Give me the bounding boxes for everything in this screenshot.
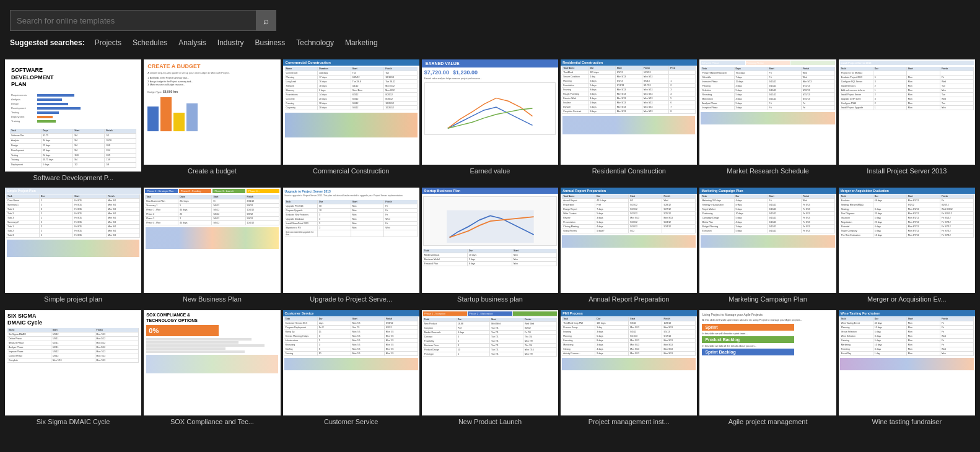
- search-input[interactable]: [17, 16, 256, 25]
- template-label-project-management-inst: Project management inst...: [561, 415, 697, 430]
- suggested-projects[interactable]: Projects: [91, 37, 125, 48]
- template-card-wine-tasting[interactable]: Wine Tasting Fundraiser TaskDurStartFini…: [839, 310, 975, 430]
- top-bar: ⌕ Suggested searches: Projects Schedules…: [0, 0, 980, 54]
- template-label-agile-project: Agile project management: [699, 415, 836, 430]
- template-card-software-dev-plan[interactable]: SOFTWAREDEVELOPMENTPLAN Requirements Ana…: [5, 59, 141, 185]
- template-label-upgrade-project-server: Upgrade to Project Serve...: [283, 293, 419, 308]
- template-card-customer-service[interactable]: Customer Service TaskDurStartFinish Cust…: [283, 310, 419, 430]
- template-card-install-project-server[interactable]: Install Project Server 2013 TaskDurStart…: [839, 59, 975, 185]
- template-card-new-business-plan[interactable]: Phase 1 - Strategic Plan Phase 2 - Fundi…: [144, 188, 280, 308]
- template-label-wine-tasting: Wine tasting fundraiser: [839, 415, 975, 430]
- template-card-marketing-campaign[interactable]: Marketing Campaign Plan TaskDurStartFini…: [699, 188, 836, 308]
- search-button[interactable]: ⌕: [256, 10, 276, 31]
- template-label-software-dev-plan: Software Development P...: [5, 172, 141, 186]
- search-box[interactable]: ⌕: [10, 10, 276, 31]
- template-label-new-product-launch: New Product Launch: [422, 415, 558, 430]
- template-card-merger-acquisition[interactable]: Merger or Acquisition Evaluation TaskDur…: [839, 188, 975, 308]
- suggested-searches: Suggested searches: Projects Schedules A…: [10, 37, 970, 48]
- template-label-create-budget: Create a budget: [144, 165, 280, 180]
- suggested-technology[interactable]: Technology: [292, 37, 338, 48]
- template-card-create-budget[interactable]: CREATE A BUDGET A simple step-by-step gu…: [144, 59, 280, 185]
- suggested-industry[interactable]: Industry: [214, 37, 248, 48]
- template-card-commercial-construction[interactable]: Commercial Construction NameDurationStar…: [283, 59, 419, 185]
- suggested-schedules[interactable]: Schedules: [129, 37, 171, 48]
- template-label-market-research: Market Research Schedule: [699, 165, 836, 180]
- template-label-startup-business-plan: Startup business plan: [422, 293, 558, 308]
- template-card-six-sigma[interactable]: SIX SIGMADMAIC Cycle NameStartFinish Six…: [5, 310, 141, 430]
- template-label-six-sigma: Six Sigma DMAIC Cycle: [5, 415, 141, 430]
- template-card-earned-value[interactable]: EARNED VALUE $7,720.00 $1,230.00 Earned …: [422, 59, 558, 185]
- template-card-simple-project-plan[interactable]: Simple Project Plan TaskDurStartFinish C…: [5, 188, 141, 308]
- template-label-install-project-server: Install Project Server 2013: [839, 165, 975, 180]
- template-label-annual-report: Annual Report Preparation: [561, 293, 697, 308]
- template-card-project-management-inst[interactable]: PMI Process TaskDurStartFinish The Alfor…: [561, 310, 697, 430]
- suggested-business[interactable]: Business: [252, 37, 289, 48]
- template-label-merger-acquisition: Merger or Acquisition Ev...: [839, 293, 975, 308]
- suggested-marketing[interactable]: Marketing: [341, 37, 382, 48]
- template-card-new-product-launch[interactable]: Phase 1 - Inception Phase 2 - Elaboratio…: [422, 310, 558, 430]
- template-card-sox-compliance[interactable]: SOX COMPLIANCE &TECHNOLOGY OPTIONS 0% SO…: [144, 310, 280, 430]
- suggested-label: Suggested searches:: [10, 38, 85, 47]
- template-label-commercial-construction: Commercial Construction: [283, 165, 419, 180]
- template-card-annual-report[interactable]: Annual Report Preparation Task NameDurSt…: [561, 188, 697, 308]
- template-label-sox-compliance: SOX Compliance and Tec...: [144, 415, 280, 430]
- template-label-new-business-plan: New Business Plan: [144, 293, 280, 308]
- search-row: ⌕: [10, 10, 970, 31]
- template-grid: SOFTWAREDEVELOPMENTPLAN Requirements Ana…: [0, 54, 980, 435]
- template-card-residential-construction[interactable]: Residential Construction Task NameDurSta…: [561, 59, 697, 185]
- template-label-simple-project-plan: Simple project plan: [5, 293, 141, 308]
- suggested-analysis[interactable]: Analysis: [175, 37, 210, 48]
- template-card-startup-business-plan[interactable]: Startup Business Plan TaskDurStart Marke…: [422, 188, 558, 308]
- template-label-residential-construction: Residential Construction: [561, 165, 697, 180]
- template-card-upgrade-project-server[interactable]: Upgrade to Project Server 2013 How to up…: [283, 188, 419, 308]
- template-label-customer-service: Customer Service: [283, 415, 419, 430]
- template-card-market-research[interactable]: Software Phase Planning Phase TaskDaysSt…: [699, 59, 836, 185]
- template-card-agile-project[interactable]: Using Project to Manage your Agile Proje…: [699, 310, 836, 430]
- template-label-earned-value: Earned value: [422, 165, 558, 180]
- template-label-marketing-campaign: Marketing Campaign Plan: [699, 293, 836, 308]
